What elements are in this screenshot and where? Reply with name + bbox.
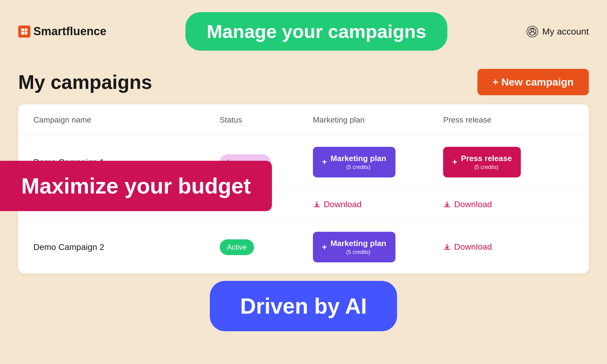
press-release-cell-1: + Press release (5 credits) <box>443 147 574 177</box>
press-download-label-2: Download <box>454 242 492 252</box>
driven-by-ai-banner: Driven by AI <box>210 281 397 331</box>
header: Smartfluence Manage your campaigns My ac… <box>0 0 607 57</box>
marketing-plan-sub-1: (5 credits) <box>331 164 386 171</box>
press-download-label-1: Download <box>454 200 492 209</box>
press-release-button-1[interactable]: + Press release (5 credits) <box>443 147 521 177</box>
marketing-plan-button-2[interactable]: + Marketing plan (5 credits) <box>313 232 395 262</box>
press-download-link-1[interactable]: Download <box>443 200 492 209</box>
svg-point-4 <box>531 29 534 31</box>
marketing-download-cell: Download <box>313 200 443 210</box>
page-title: My campaigns <box>18 71 152 93</box>
my-account-label: My account <box>542 26 589 37</box>
header-title-text: Manage your campaigns <box>207 21 426 42</box>
press-release-label-1: Press release <box>461 153 512 164</box>
header-title-badge: Manage your campaigns <box>185 12 448 51</box>
col-press-release: Press release <box>443 115 574 125</box>
svg-rect-3 <box>25 32 27 35</box>
col-marketing-plan: Marketing plan <box>313 115 443 125</box>
page-title-row: My campaigns + New campaign <box>0 57 607 104</box>
table-header: Campaign name Status Marketing plan Pres… <box>18 104 589 136</box>
logo-text: Smartfluence <box>33 25 107 38</box>
plus-icon: + <box>322 157 327 167</box>
marketing-plan-label-1: Marketing plan <box>331 153 386 164</box>
marketing-plan-cell-2: + Marketing plan (5 credits) <box>313 232 443 262</box>
press-download-cell-2: Download <box>443 242 574 252</box>
campaign-name-2: Demo Campaign 2 <box>33 242 220 252</box>
logo: Smartfluence <box>18 25 107 38</box>
marketing-plan-button-1[interactable]: + Marketing plan (5 credits) <box>313 147 395 177</box>
col-status: Status <box>220 115 313 125</box>
marketing-download-label-1: Download <box>324 200 362 209</box>
maximize-budget-text: Maximize your budget <box>21 174 251 198</box>
press-download-cell-1: Download <box>443 200 574 210</box>
logo-icon <box>18 25 30 38</box>
plus-icon-2: + <box>322 242 327 253</box>
svg-rect-1 <box>25 29 27 31</box>
my-account-button[interactable]: My account <box>527 26 589 37</box>
new-campaign-button[interactable]: + New campaign <box>477 69 589 95</box>
table-row-2: Demo Campaign 2 Active + Marketing plan … <box>18 221 589 273</box>
status-badge-active: Active <box>220 239 254 255</box>
col-campaign-name: Campaign name <box>33 115 220 125</box>
press-release-sub-1: (5 credits) <box>461 164 512 171</box>
maximize-budget-banner: Maximize your budget <box>0 161 272 211</box>
svg-rect-2 <box>21 32 24 35</box>
svg-rect-0 <box>21 29 24 31</box>
account-icon <box>527 26 538 37</box>
marketing-plan-cell-1: + Marketing plan (5 credits) <box>313 147 443 177</box>
marketing-plan-label-2: Marketing plan <box>331 238 386 249</box>
plus-icon-pr: + <box>452 157 457 167</box>
press-download-link-2[interactable]: Download <box>443 242 492 252</box>
driven-by-ai-text: Driven by AI <box>240 294 367 318</box>
status-cell-2: Active <box>220 239 313 255</box>
marketing-plan-sub-2: (5 credits) <box>331 249 386 256</box>
marketing-download-link-1[interactable]: Download <box>313 200 362 209</box>
